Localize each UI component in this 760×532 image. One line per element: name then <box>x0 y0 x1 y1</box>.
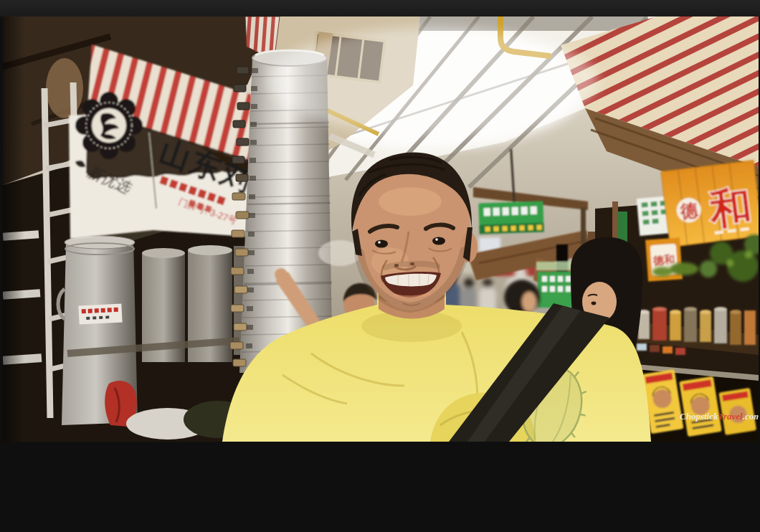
edge-vignette <box>3 16 24 442</box>
video-player[interactable]: 德 和 德和 <box>3 16 759 442</box>
youtube-watch-page: 德 和 德和 <box>0 0 760 532</box>
sign-logo <box>75 92 143 159</box>
light-flare <box>268 27 598 135</box>
channel-watermark: ChopstickTravel.com <box>680 411 759 422</box>
sign-char-de: 德 <box>678 200 699 222</box>
svg-text:德和: 德和 <box>652 253 675 267</box>
player-top-bar <box>0 0 760 16</box>
right-shop-sign: 德 和 <box>661 161 759 247</box>
market-scene: 德 和 德和 <box>3 16 759 442</box>
sign-char-he: 和 <box>706 182 754 234</box>
below-player-panel: China's Wildest Street Food Market★★★Wha… <box>0 442 760 532</box>
